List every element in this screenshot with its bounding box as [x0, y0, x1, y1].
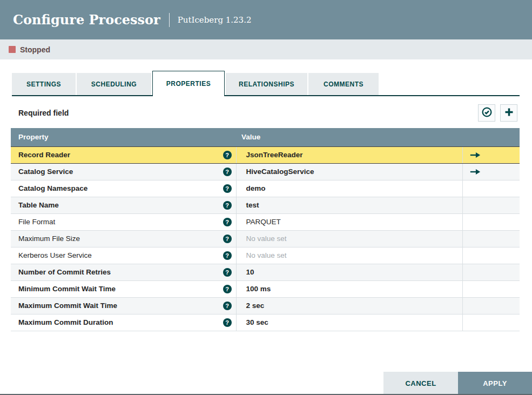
check-circle-icon [481, 106, 493, 120]
help-icon: ? [223, 168, 232, 176]
tab-properties[interactable]: PROPERTIES [152, 71, 225, 96]
column-header-goto [462, 128, 520, 146]
properties-table-body: Record Reader?JsonTreeReaderCatalog Serv… [11, 146, 520, 331]
goto-cell-empty [462, 197, 520, 213]
tab-relationships[interactable]: RELATIONSHIPS [226, 73, 307, 95]
property-value[interactable]: No value set [236, 247, 462, 264]
tab-label: SCHEDULING [91, 81, 137, 88]
property-name: Maximum Commit Wait Time [18, 302, 117, 310]
property-name: Maximum Commit Duration [18, 318, 113, 326]
tab-settings[interactable]: SETTINGS [12, 73, 76, 95]
table-row[interactable]: Kerberos User Service?No value set [11, 247, 520, 264]
property-name: Catalog Namespace [18, 184, 87, 192]
property-name: Minimum Commit Wait Time [18, 285, 116, 293]
help-icon: ? [223, 218, 232, 226]
goto-service-button[interactable] [462, 146, 520, 163]
help-icon: ? [223, 285, 232, 293]
property-value[interactable]: 30 sec [236, 314, 462, 331]
table-row[interactable]: File Format?PARQUET [11, 213, 520, 230]
tab-comments[interactable]: COMMENTS [308, 73, 379, 95]
goto-cell-empty [462, 180, 520, 197]
apply-button[interactable]: APPLY [458, 372, 532, 395]
property-value[interactable]: No value set [236, 230, 462, 247]
help-icon: ? [223, 184, 232, 193]
arrow-right-icon [469, 151, 481, 159]
property-value[interactable]: demo [236, 180, 462, 197]
dialog-header: Configure Processor PutIceberg 1.23.2 [0, 0, 532, 39]
help-icon: ? [223, 268, 232, 277]
properties-table: Property Value Record Reader?JsonTreeRea… [11, 128, 520, 331]
help-icon: ? [223, 302, 232, 310]
status-bar: Stopped [0, 39, 532, 59]
property-name: File Format [18, 218, 55, 226]
required-field-label: Required field [18, 109, 69, 117]
status-label: Stopped [20, 45, 50, 54]
table-row[interactable]: Maximum File Size?No value set [11, 230, 520, 247]
help-icon: ? [223, 201, 232, 210]
processor-type-version: PutIceberg 1.23.2 [178, 15, 252, 25]
table-row[interactable]: Catalog Service?HiveCatalogService [11, 163, 520, 180]
tab-label: SETTINGS [26, 81, 61, 88]
add-property-button[interactable] [500, 104, 517, 122]
plus-icon [503, 106, 515, 120]
property-value[interactable]: HiveCatalogService [236, 163, 462, 180]
property-name: Record Reader [18, 151, 70, 159]
goto-cell-empty [462, 297, 520, 314]
table-row[interactable]: Catalog Namespace?demo [11, 180, 520, 197]
goto-cell-empty [462, 230, 520, 247]
property-value[interactable]: PARQUET [236, 213, 462, 230]
property-name: Number of Commit Retries [18, 268, 111, 276]
help-icon: ? [223, 151, 232, 159]
goto-cell-empty [462, 314, 520, 331]
tab-label: RELATIONSHIPS [239, 81, 294, 88]
title-divider [169, 13, 170, 27]
property-value[interactable]: 2 sec [236, 297, 462, 314]
property-name: Catalog Service [18, 168, 73, 176]
help-icon: ? [223, 318, 232, 327]
verify-properties-button[interactable] [478, 104, 495, 122]
tab-scheduling[interactable]: SCHEDULING [77, 73, 151, 95]
goto-cell-empty [462, 213, 520, 230]
property-name: Maximum File Size [18, 235, 80, 243]
dialog-title: Configure Processor [13, 12, 160, 28]
tab-label: COMMENTS [324, 81, 363, 88]
property-value[interactable]: 100 ms [236, 280, 462, 297]
table-row[interactable]: Table Name?test [11, 197, 520, 213]
goto-cell-empty [462, 264, 520, 280]
table-row[interactable]: Minimum Commit Wait Time?100 ms [11, 280, 520, 297]
table-row[interactable]: Number of Commit Retries?10 [11, 264, 520, 280]
arrow-right-icon [469, 168, 481, 176]
property-name: Kerberos User Service [18, 251, 92, 259]
table-header-row: Property Value [11, 128, 520, 146]
goto-cell-empty [462, 247, 520, 264]
property-value[interactable]: JsonTreeReader [236, 146, 462, 163]
goto-cell-empty [462, 280, 520, 297]
goto-service-button[interactable] [462, 163, 520, 180]
help-icon: ? [223, 251, 232, 260]
table-row[interactable]: Record Reader?JsonTreeReader [11, 146, 520, 163]
cancel-button[interactable]: CANCEL [383, 372, 458, 395]
tab-label: PROPERTIES [166, 80, 211, 88]
property-value[interactable]: 10 [236, 264, 462, 280]
property-name: Table Name [18, 201, 59, 209]
column-header-property: Property [11, 128, 236, 146]
property-value[interactable]: test [236, 197, 462, 213]
table-row[interactable]: Maximum Commit Duration?30 sec [11, 314, 520, 331]
stopped-indicator-icon [9, 46, 16, 53]
tab-bar: SETTINGS SCHEDULING PROPERTIES RELATIONS… [12, 71, 520, 96]
table-row[interactable]: Maximum Commit Wait Time?2 sec [11, 297, 520, 314]
help-icon: ? [223, 235, 232, 243]
column-header-value: Value [236, 128, 462, 146]
